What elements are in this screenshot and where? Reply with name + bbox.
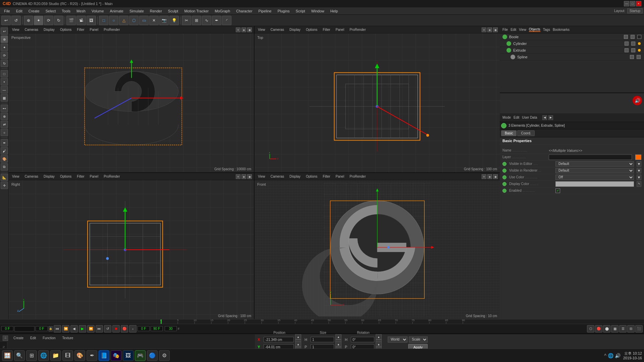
left-tool-edge[interactable]: — xyxy=(1,86,8,94)
vis-render-select[interactable]: Default On Off xyxy=(555,168,634,173)
vp-icon-1[interactable]: ≡ xyxy=(236,27,240,32)
vp-right-prorender[interactable]: ProRender xyxy=(102,174,121,179)
menu-simulate[interactable]: Simulate xyxy=(127,8,147,14)
ps-button[interactable]: 🖼 xyxy=(123,350,133,361)
c4d-active-button[interactable]: 🎮 xyxy=(135,350,146,361)
anim-mode-5[interactable]: ☰ xyxy=(619,325,627,333)
writer-button[interactable]: ✒ xyxy=(87,350,97,361)
h-rot-input[interactable] xyxy=(351,337,374,342)
menu-pipeline[interactable]: Pipeline xyxy=(256,8,274,14)
minimize-button[interactable]: — xyxy=(624,1,629,6)
boole-vis-editor[interactable] xyxy=(624,35,628,39)
vp-front-options[interactable]: Options xyxy=(305,174,319,179)
p-size-up[interactable]: ▲ xyxy=(335,342,341,347)
spline-vis-render[interactable] xyxy=(637,55,641,59)
left-tool-poly[interactable]: ▦ xyxy=(1,94,8,102)
y-pos-up[interactable]: ▲ xyxy=(295,342,301,347)
props-arrow-forward[interactable]: ▶ xyxy=(548,115,553,120)
vp-right-view[interactable]: View xyxy=(11,174,21,179)
left-tool-paint[interactable]: 🎨 xyxy=(1,155,8,163)
props-edit-tab[interactable]: Edit xyxy=(514,116,519,119)
menu-select[interactable]: Select xyxy=(43,8,59,14)
vp-options[interactable]: Options xyxy=(59,27,73,32)
obj-edit-menu[interactable]: Edit xyxy=(511,28,516,32)
use-color-select[interactable]: Off On Layer Color xyxy=(555,175,634,180)
tool-arc[interactable]: ◜ xyxy=(222,16,231,25)
vis-editor-expand[interactable]: ▼ xyxy=(637,161,641,167)
extrude-vis-render[interactable] xyxy=(631,48,635,52)
anim-mode-6[interactable]: ⊟ xyxy=(627,325,635,333)
frame-input[interactable]: 0 F xyxy=(36,326,48,331)
vp-front-cameras[interactable]: Cameras xyxy=(269,174,286,179)
obj-bookmarks-tab[interactable]: Bookmarks xyxy=(553,28,570,32)
tool-null[interactable]: ✕ xyxy=(149,16,159,25)
tool-rotate[interactable]: ↻ xyxy=(54,16,63,25)
h-size-input[interactable] xyxy=(311,337,334,342)
obj-file-menu[interactable]: File xyxy=(502,28,508,32)
anim-mode-3[interactable]: ⬤ xyxy=(603,325,610,333)
left-tool-scale[interactable]: ⟳ xyxy=(1,52,8,59)
vp-right-panel[interactable]: Panel xyxy=(89,174,100,179)
vp-right-display[interactable]: Display xyxy=(42,174,56,179)
tray-arrow[interactable]: ^ xyxy=(604,353,606,358)
vp-view[interactable]: View xyxy=(11,27,21,32)
viewport-right[interactable]: View Cameras Display Options Filter Pane… xyxy=(9,173,254,319)
enabled-dot[interactable] xyxy=(502,189,506,193)
vp-top-display[interactable]: Display xyxy=(288,27,302,32)
extrude-vis-editor[interactable] xyxy=(625,48,629,52)
viewport-perspective[interactable]: View Cameras Display Options Filter Pane… xyxy=(9,26,254,172)
vp-icon-2[interactable]: ◈ xyxy=(241,27,246,32)
viewport-front-content[interactable]: Front xyxy=(255,180,500,319)
close-button[interactable]: ✕ xyxy=(636,1,641,6)
play-btn[interactable]: ▶ xyxy=(79,325,86,333)
left-tool-5[interactable]: ⟐ xyxy=(1,129,8,136)
tool-render-active[interactable]: 🎬 xyxy=(66,16,76,25)
menu-script[interactable]: Script xyxy=(293,8,308,14)
obj-objects-tab[interactable]: Objects xyxy=(529,27,540,32)
tray-network[interactable]: 🌐 xyxy=(608,353,613,358)
vp-top-icon-3[interactable]: ◉ xyxy=(493,27,498,32)
x-position-input[interactable] xyxy=(264,337,294,342)
menu-file[interactable]: File xyxy=(1,8,13,14)
h-size-up[interactable]: ▲ xyxy=(335,334,341,340)
left-tool-snap[interactable]: ⊷ xyxy=(1,105,8,112)
left-tool-select[interactable]: ⊕ xyxy=(1,36,8,43)
menu-motion-tracker[interactable]: Motion Tracker xyxy=(181,8,211,14)
tool-redo[interactable]: ↺ xyxy=(11,16,21,25)
func-create[interactable]: Create xyxy=(12,336,25,340)
props-arrow-back[interactable]: ◀ xyxy=(542,115,547,120)
vp-right-filter[interactable]: Filter xyxy=(75,174,86,179)
menu-tools[interactable]: Tools xyxy=(59,8,73,14)
tool-scale[interactable]: ⟳ xyxy=(44,16,53,25)
vp-right-cameras[interactable]: Cameras xyxy=(23,174,40,179)
vp-front-panel[interactable]: Panel xyxy=(334,174,346,179)
vp-display[interactable]: Display xyxy=(42,27,56,32)
left-tool-1[interactable]: ↩ xyxy=(1,27,8,35)
tool-render-all[interactable]: 📽 xyxy=(76,16,86,25)
titlebar-right[interactable]: — □ ✕ xyxy=(624,1,641,6)
key-frame-btn[interactable]: ⬦ xyxy=(129,325,137,333)
vp-top-options[interactable]: Options xyxy=(305,27,319,32)
notification-badge[interactable]: 🔊 xyxy=(633,96,642,105)
obj-boole[interactable]: Boole xyxy=(500,34,644,40)
left-tool-model[interactable]: □ xyxy=(1,70,8,77)
prop-layer-color[interactable] xyxy=(635,155,641,160)
h-rot-up[interactable]: ▲ xyxy=(376,334,382,340)
tool-cylinder[interactable]: ⬡ xyxy=(129,16,139,25)
menu-render[interactable]: Render xyxy=(147,8,165,14)
left-tool-coord-sys[interactable]: ✛ xyxy=(1,182,8,189)
cylinder-vis-editor[interactable] xyxy=(625,42,629,46)
vp-front-icon-1[interactable]: ≡ xyxy=(482,174,486,179)
frame-slider[interactable] xyxy=(14,326,35,331)
vp-right-options[interactable]: Options xyxy=(59,174,73,179)
layout-value[interactable]: Startup xyxy=(627,8,643,13)
vp-top-cameras[interactable]: Cameras xyxy=(269,27,286,32)
tool-penknife[interactable]: ✂ xyxy=(182,16,191,25)
left-tool-pen[interactable]: ✒ xyxy=(1,139,8,146)
start-button[interactable]: 🪟 xyxy=(2,350,13,361)
media-button[interactable]: 🎞 xyxy=(62,350,73,361)
menu-plugins[interactable]: Plugins xyxy=(275,8,292,14)
vp-front-view[interactable]: View xyxy=(257,174,267,179)
jump-end-btn[interactable]: ⏭ xyxy=(96,325,103,333)
tool-cone[interactable]: △ xyxy=(119,16,128,25)
